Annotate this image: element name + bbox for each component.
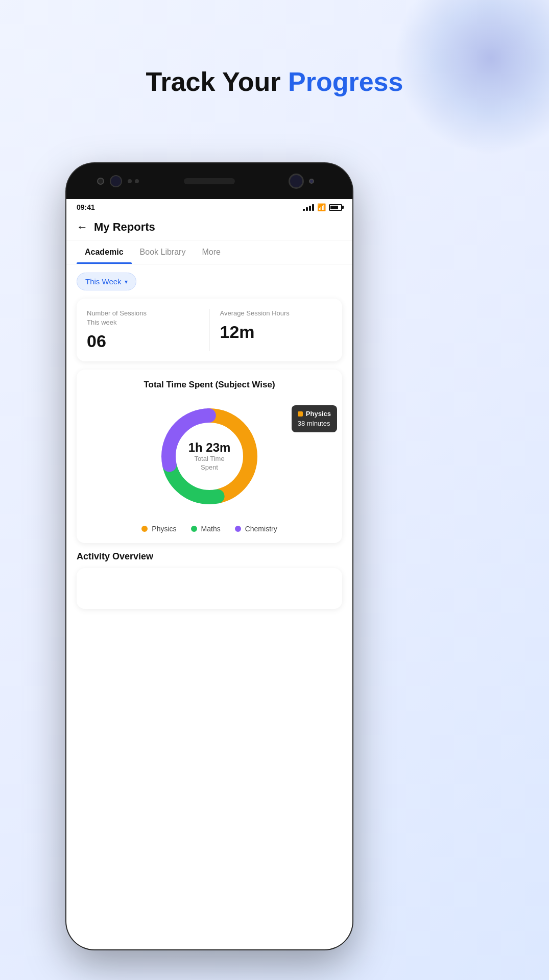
back-button[interactable]: ←: [77, 220, 88, 234]
avg-value: 12m: [220, 322, 332, 342]
status-bar: 09:41 📶: [66, 199, 352, 215]
battery-icon: [329, 204, 342, 211]
content-area: This Week ▾ Number of SessionsThis week …: [66, 264, 352, 617]
status-time: 09:41: [77, 203, 95, 211]
donut-wrapper: 1h 23m Total TimeSpent: [153, 400, 266, 512]
signal-bar-3: [309, 206, 311, 211]
activity-section-title: Activity Overview: [77, 551, 342, 562]
tab-more[interactable]: More: [194, 240, 228, 264]
page-title: Track Your Progress: [0, 66, 549, 97]
activity-card: [77, 568, 342, 609]
chart-tooltip: Physics 38 minutes: [292, 405, 337, 432]
physics-legend-label: Physics: [152, 525, 176, 533]
subject-chart-card: Total Time Spent (Subject Wise): [77, 370, 342, 543]
signal-bars: [303, 204, 314, 211]
week-filter-pill[interactable]: This Week ▾: [77, 273, 136, 290]
tab-bar: Academic Book Library More: [66, 240, 352, 264]
total-time-label: Total TimeSpent: [188, 455, 231, 472]
chart-legend: Physics Maths Chemistry: [87, 525, 332, 533]
chemistry-color-dot: [235, 526, 241, 532]
sessions-value: 06: [87, 331, 199, 351]
legend-chemistry: Chemistry: [235, 525, 277, 533]
chart-title: Total Time Spent (Subject Wise): [87, 380, 332, 390]
tab-book-library[interactable]: Book Library: [132, 240, 194, 264]
signal-bar-4: [312, 204, 314, 211]
maths-legend-label: Maths: [201, 525, 221, 533]
phone-screen: 09:41 📶 ← My Reports Academ: [66, 199, 352, 949]
title-blue: Progress: [288, 67, 403, 96]
tooltip-subject: Physics: [298, 409, 331, 419]
total-time-value: 1h 23m: [188, 440, 231, 455]
physics-color-dot: [141, 526, 148, 532]
sessions-label: Number of SessionsThis week: [87, 309, 199, 327]
app-header: ← My Reports: [66, 215, 352, 240]
stats-card: Number of SessionsThis week 06 Average S…: [77, 299, 342, 361]
notch-dot-2: [135, 179, 139, 183]
legend-maths: Maths: [191, 525, 221, 533]
signal-bar-2: [306, 207, 308, 211]
maths-color-dot: [191, 526, 197, 532]
chemistry-legend-label: Chemistry: [245, 525, 277, 533]
title-black: Track Your: [146, 67, 288, 96]
notch-dots: [128, 179, 139, 183]
dropdown-arrow-icon: ▾: [125, 278, 128, 285]
tooltip-subject-name: Physics: [306, 409, 331, 419]
legend-physics: Physics: [141, 525, 176, 533]
status-icons: 📶: [303, 203, 342, 211]
donut-chart-container: 1h 23m Total TimeSpent Physics 38 minute…: [87, 400, 332, 512]
signal-bar-1: [303, 209, 305, 211]
donut-center: 1h 23m Total TimeSpent: [188, 440, 231, 472]
filter-label: This Week: [85, 277, 122, 286]
battery-fill: [330, 206, 338, 209]
camera-right: [289, 174, 304, 189]
notch-dot-1: [128, 179, 132, 183]
tooltip-value: 38 minutes: [298, 419, 331, 428]
avg-session-stat: Average Session Hours 12m: [220, 309, 332, 351]
sessions-stat: Number of SessionsThis week 06: [87, 309, 199, 351]
face-sensor: [110, 175, 122, 187]
phone-frame: 09:41 📶 ← My Reports Academ: [66, 163, 352, 949]
phone-notch: [66, 163, 352, 199]
tooltip-color-dot: [298, 411, 303, 416]
earpiece-speaker: [184, 178, 235, 184]
screen-title: My Reports: [94, 220, 155, 234]
stat-divider: [209, 309, 210, 351]
avg-label: Average Session Hours: [220, 309, 332, 318]
tab-academic[interactable]: Academic: [77, 240, 132, 264]
front-camera: [97, 178, 104, 185]
wifi-icon: 📶: [317, 203, 326, 211]
sensor-right: [309, 179, 314, 184]
